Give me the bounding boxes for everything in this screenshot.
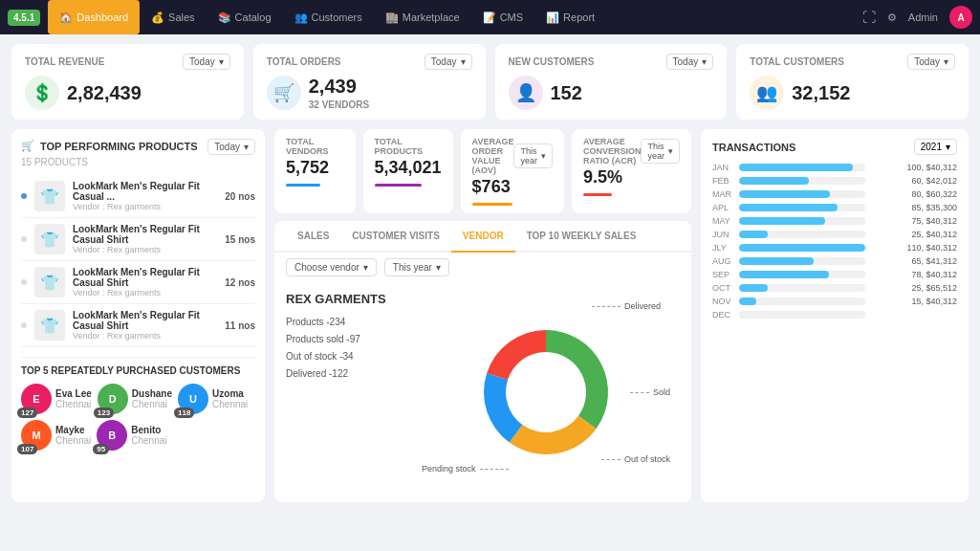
middle-panel: TOTAL VENDORS 5,752 TOTAL PRODUCTS 5,34,… [274,129,691,502]
bar-month: DEC [712,310,733,320]
tab-customer-visits[interactable]: CUSTOMER VISITS [340,221,451,251]
revenue-dropdown[interactable]: Today ▾ [183,54,230,70]
product-qty: 12 nos [225,277,255,288]
chevron-down-icon: ▾ [219,56,224,67]
chevron-down-icon: ▾ [244,142,249,152]
bar-track [739,164,865,171]
year-chooser[interactable]: This year ▾ [384,258,449,276]
bar-fill [739,257,814,265]
product-image: 👕 [34,310,65,341]
product-dot [21,322,27,328]
customer-city: Chennai [132,399,172,409]
acr-value: 9.5% [583,167,680,187]
donut-chart-container: Delivered Sold Out of stock Pending stoc… [412,292,680,493]
total-customers-dropdown[interactable]: Today ▾ [907,54,955,70]
vendor-name: REX GARMENTS [286,292,401,306]
settings-icon[interactable]: ⚙ [887,11,897,24]
navbar: 4.5.1 🏠 Dashboard 💰 Sales 📚 Catalog 👥 Cu… [0,0,980,34]
metrics-row: TOTAL VENDORS 5,752 TOTAL PRODUCTS 5,34,… [274,129,691,213]
aov-dropdown[interactable]: This year ▾ [513,143,553,168]
bar-value: 25, $40,312 [871,230,957,239]
bar-fill [739,244,865,252]
tab-weekly-sales[interactable]: TOP 10 WEEKLY SALES [515,221,648,251]
product-info: LookMark Men's Regular Fit Casual Shirt … [73,310,217,341]
tab-sales[interactable]: SALES [286,221,340,251]
left-panel: 🛒 TOP PERFORMING PRODUCTS Today ▾ 15 PRO… [11,129,265,502]
report-icon: 📊 [546,11,559,24]
bar-track [739,257,865,265]
bar-month: MAY [712,216,733,226]
revenue-label: TOTAL REVENUE [25,56,104,67]
vendor-stats: Products -234Products sold -97Out of sto… [286,314,401,383]
customer-item: M 107 Mayke Chennai [21,420,91,451]
dashboard-icon: 🏠 [59,11,73,24]
expand-icon[interactable]: ⛶ [862,10,876,25]
nav-customers[interactable]: 👥 Customers [283,0,374,34]
customer-info: Eva Lee Chennai [55,388,92,409]
customer-info: Mayke Chennai [55,425,91,446]
vendors-bar [286,184,320,187]
vendor-stat-item: Products sold -97 [286,331,401,348]
bar-fill [739,271,829,278]
nav-report[interactable]: 📊 Report [534,0,606,34]
pending-stock-label: Pending stock [422,464,509,474]
product-vendor: Vendor : Rex garments [73,288,217,298]
transaction-bar-row: JAN 100, $40,312 [712,163,957,172]
chevron-down-icon: ▾ [946,142,950,152]
customer-info: Uzoma Chennai [212,388,248,409]
bar-month: FEB [712,176,733,186]
vendor-chooser[interactable]: Choose vendor ▾ [286,258,377,276]
customer-grid: E 127 Eva Lee Chennai D 123 Dushane Chen… [21,384,255,451]
new-customers-label: NEW CUSTOMERS [509,56,595,67]
products-label: TOTAL PRODUCTS [375,137,442,156]
nav-sales[interactable]: 💰 Sales [140,0,207,34]
nav-dashboard[interactable]: 🏠 Dashboard [48,0,140,34]
bar-value: 78, $40,312 [871,270,957,279]
customer-badge: 107 [17,444,37,454]
year-select[interactable]: 2021 ▾ [914,139,957,155]
vendors-value: 5,752 [286,158,344,178]
tab-vendor[interactable]: VENDOR [451,221,515,253]
transaction-bar-row: APL 85, $35,300 [712,203,957,212]
aov-bar [472,203,512,206]
nav-catalog[interactable]: 📚 Catalog [207,0,283,34]
transaction-bar-row: DEC [712,310,957,320]
chevron-down-icon: ▾ [702,56,707,67]
product-qty: 15 nos [225,234,255,245]
bar-track [739,284,865,292]
transactions-header: TRANSACTIONS 2021 ▾ [712,139,957,155]
chevron-down-icon: ▾ [461,56,466,67]
transaction-bar-row: SEP 78, $40,312 [712,270,957,279]
bar-track [739,190,865,198]
product-name: LookMark Men's Regular Fit Casual Shirt [73,267,217,288]
customer-name: Benito [131,425,166,435]
chevron-down-icon: ▾ [541,151,546,161]
transactions-title: TRANSACTIONS [712,142,795,153]
bar-track [739,271,865,278]
catalog-icon: 📚 [218,11,231,24]
acr-dropdown[interactable]: This year ▾ [641,139,680,164]
vendor-stat-item: Out of stock -34 [286,348,401,365]
customer-badge: 118 [174,408,194,418]
vendor-tab-content: REX GARMENTS Products -234Products sold … [274,282,691,502]
orders-dropdown[interactable]: Today ▾ [425,54,472,70]
bar-month: APL [712,203,733,212]
nav-cms[interactable]: 📝 CMS [471,0,534,34]
cms-icon: 📝 [483,11,496,24]
marketplace-icon: 🏬 [385,11,399,24]
customer-avatar: B 95 [97,420,127,451]
customer-badge: 127 [17,408,37,418]
top-products-dropdown[interactable]: Today ▾ [207,139,255,155]
bar-month: NOV [712,297,733,306]
transaction-bars: JAN 100, $40,312 FEB 60, $42,012 MAR 80,… [712,163,957,320]
product-vendor: Vendor : Rex garments [73,331,217,341]
customer-city: Chennai [55,399,92,409]
customer-avatar: D 123 [98,384,128,414]
vendor-filters: Choose vendor ▾ This year ▾ [286,258,680,276]
vendors-label: TOTAL VENDORS [286,137,344,156]
new-customers-dropdown[interactable]: Today ▾ [666,54,714,70]
new-customers-value: 152 [551,82,582,104]
customer-avatar: U 118 [178,384,208,414]
chevron-down-icon: ▾ [944,56,948,67]
nav-marketplace[interactable]: 🏬 Marketplace [374,0,471,34]
